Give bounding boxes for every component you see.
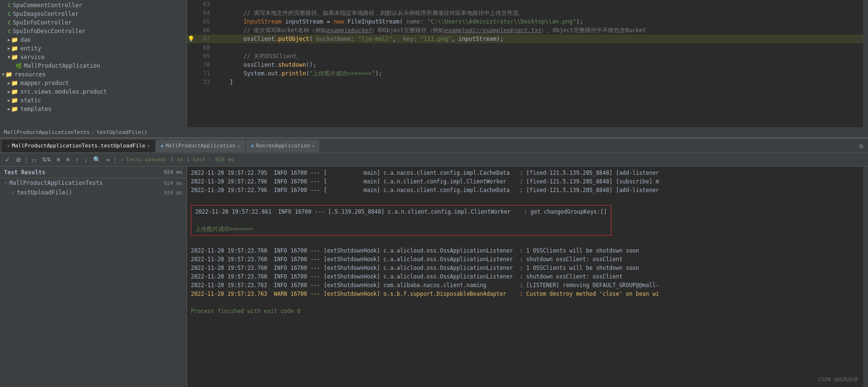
tree-item-mapper[interactable]: ▶ 📁 mapper.product xyxy=(0,79,187,87)
test-duration: 924 ms xyxy=(164,190,183,196)
tree-item-label: static xyxy=(20,97,41,104)
log-line-2: 2022-11-20 19:57:22.796 INFO 16700 --- [… xyxy=(191,177,859,186)
log-line-upload-success: 上传图片成功>>>>>>> xyxy=(195,225,607,233)
test-item-label: testUploadFile() xyxy=(17,189,72,196)
expand-arrow-icon: ▶ xyxy=(8,37,10,42)
collapse-all-button[interactable]: ≡ xyxy=(64,155,72,164)
status-check-icon: ✓ xyxy=(121,157,124,163)
code-line-65: 65 InputStream inputStream = new FileInp… xyxy=(187,17,863,26)
log-line-process-finish: Process finished with exit code 0 xyxy=(191,307,859,315)
tree-item-dao[interactable]: ▶ 📁 dao xyxy=(0,36,187,44)
class-icon: C xyxy=(8,2,11,9)
status-text: Tests passed: 1 of 1 test – 924 ms xyxy=(126,157,234,163)
stop-button[interactable]: ⊘ xyxy=(14,155,23,164)
down-button[interactable]: ↓ xyxy=(82,155,90,164)
code-line-70: 70 ossClient.shutdown(); xyxy=(187,60,863,69)
search-button[interactable]: 🔍 xyxy=(91,155,103,164)
breadcrumb-part2: testUploadFile() xyxy=(96,129,147,135)
folder-icon: 📁 xyxy=(11,88,18,95)
tab-bar: ✦ MallProductApplicationTests.testUpload… xyxy=(0,139,868,153)
tree-item-templates[interactable]: ▶ 📁 templates xyxy=(0,105,187,113)
log-line-8: 2022-11-20 19:57:23.762 INFO 16700 --- [… xyxy=(191,281,859,290)
line-content xyxy=(214,0,863,9)
breadcrumb-bar: MallProductApplicationTests › testUpload… xyxy=(0,127,868,138)
tab-renren-app[interactable]: ◆ RenrenApplication ✕ xyxy=(246,140,319,152)
line-content: // 依次填写Bucket名称（例如examplebucket）和Object完… xyxy=(214,26,863,35)
pass-icon: ✓ xyxy=(12,189,15,196)
line-number: 67 xyxy=(195,35,214,43)
file-tree: C SpuCommentController C SpuImagesContro… xyxy=(0,0,187,127)
folder-icon: 📁 xyxy=(11,36,18,43)
tree-item-spuinfo[interactable]: C SpuInfoController xyxy=(0,18,187,27)
gutter xyxy=(187,78,195,86)
tab-close-icon[interactable]: ✕ xyxy=(237,143,240,148)
line-content: ossClient.shutdown(); xyxy=(214,60,863,69)
log-scrollbar[interactable] xyxy=(863,167,868,387)
tree-item-label: templates xyxy=(20,106,51,112)
tab-test-file[interactable]: ✦ MallProductApplicationTests.testUpload… xyxy=(2,140,155,152)
gutter xyxy=(187,52,195,60)
gutter xyxy=(187,60,195,69)
tab-label: RenrenApplication xyxy=(256,143,310,149)
line-content: System.out.println("上传图片成功>>>>>>>"); xyxy=(214,69,863,78)
test-results-header: Test Results 924 ms xyxy=(0,167,187,178)
tree-item-entity[interactable]: ▶ 📁 entity xyxy=(0,44,187,53)
code-line-69: 69 // 关闭OSSClient。 xyxy=(187,52,863,60)
test-total-duration: 924 ms xyxy=(164,169,183,175)
line-number: 68 xyxy=(195,43,214,52)
tree-item-spuimages[interactable]: C SpuImagesController xyxy=(0,10,187,18)
log-output: 2022-11-20 19:57:22.795 INFO 16700 --- [… xyxy=(187,167,863,387)
test-item-testuploadfile[interactable]: ✓ testUploadFile() 924 ms xyxy=(0,188,187,197)
log-highlighted-box: 2022-11-20 19:57:22.861 INFO 16700 --- [… xyxy=(191,205,611,236)
tree-item-label: SpuInfoController xyxy=(13,19,72,26)
tree-item-service[interactable]: ▼ 📁 service xyxy=(0,53,187,61)
up-button[interactable]: ↑ xyxy=(73,155,81,164)
toolbar: ✓ ⊘ ↕↕ ⇅⇅ ≡ ≡ ↑ ↓ 🔍 » ✓ Tests passed: 1 … xyxy=(0,153,868,167)
tree-item-label: entity xyxy=(20,45,41,52)
check-button[interactable]: ✓ xyxy=(3,155,12,164)
expand-arrow-icon: ▶ xyxy=(8,98,10,103)
tree-item-static[interactable]: ▶ 📁 static xyxy=(0,96,187,105)
bulb-icon: 💡 xyxy=(188,36,195,42)
code-line-67: 💡 67 ossClient.putObject( bucketName: "l… xyxy=(187,35,863,43)
test-item-label: MallProductApplicationTests xyxy=(9,180,103,186)
tab-label: MallProductApplicationTests.testUploadFi… xyxy=(12,143,145,149)
tab-mall-app[interactable]: ◆ MallProductApplication ✕ xyxy=(156,140,245,152)
tree-item-mallproductapp[interactable]: 🌿 MallProductApplication xyxy=(0,61,187,70)
tree-item-srcviews[interactable]: ▶ 📁 src.views.modules.product xyxy=(0,87,187,96)
more-button[interactable]: » xyxy=(105,155,112,164)
code-line-64: 64 // 填写本地文件的完整路径。如果未指定本地路径，则默认从示例程序所属项目… xyxy=(187,9,863,17)
tree-item-label: dao xyxy=(20,36,31,43)
tree-item-spucomment[interactable]: C SpuCommentController xyxy=(0,1,187,10)
spring-icon: 🌿 xyxy=(15,63,22,69)
expand-arrow-icon: ▼ xyxy=(8,55,10,60)
test-item-mallproductapptests[interactable]: ✓ MallProductApplicationTests 924 ms xyxy=(0,178,187,188)
gutter xyxy=(187,0,195,9)
tree-item-label: SpuImagesController xyxy=(13,11,79,17)
tree-item-label: mapper.product xyxy=(20,80,69,86)
tab-close-icon[interactable]: ✕ xyxy=(312,143,315,148)
sort-button2[interactable]: ⇅⇅ xyxy=(40,156,53,164)
top-area: C SpuCommentController C SpuImagesContro… xyxy=(0,0,868,127)
line-number: 72 xyxy=(195,78,214,86)
app-tab-icon: ◆ xyxy=(251,143,254,149)
line-number: 70 xyxy=(195,60,214,69)
gutter xyxy=(187,26,195,35)
right-scrollbar[interactable] xyxy=(863,0,868,127)
log-line-7: 2022-11-20 19:57:23.760 INFO 16700 --- [… xyxy=(191,272,859,281)
line-number: 71 xyxy=(195,69,214,78)
gear-button[interactable]: ⚙ xyxy=(856,141,866,151)
line-number: 69 xyxy=(195,52,214,60)
class-icon: C xyxy=(8,11,11,17)
watermark: CSDN @砖风和拼 xyxy=(818,376,858,383)
expand-all-button[interactable]: ≡ xyxy=(55,155,62,164)
tree-item-resources[interactable]: ▼ 📁 resources xyxy=(0,70,187,79)
tab-label: MallProductApplication xyxy=(165,143,235,149)
line-content: InputStream inputStream = new FileInputS… xyxy=(214,17,863,26)
sort-button1[interactable]: ↕↕ xyxy=(29,156,38,164)
expand-arrow-icon: ▶ xyxy=(8,46,10,51)
tab-close-icon[interactable]: ✕ xyxy=(147,143,150,148)
tree-item-spuinfodesc[interactable]: C SpuInfoDescController xyxy=(0,27,187,36)
toolbar-separator2 xyxy=(115,156,115,164)
log-line-1: 2022-11-20 19:57:22.795 INFO 16700 --- [… xyxy=(191,169,859,177)
